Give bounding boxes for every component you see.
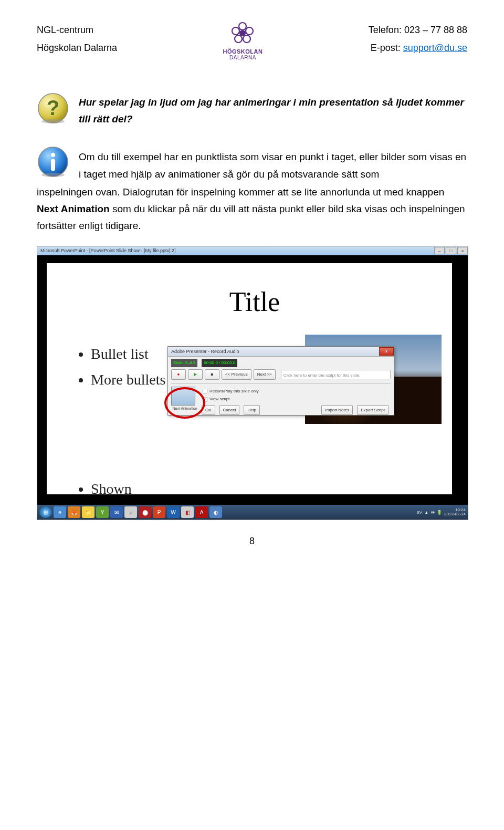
svg-point-1 — [246, 27, 253, 35]
logo-text-1: HÖGSKOLAN — [223, 48, 262, 55]
record-play-checkbox[interactable]: Record/Play this slide only — [202, 388, 391, 395]
view-script-checkbox[interactable]: View script — [202, 396, 391, 403]
screenshot-figure: Microsoft PowerPoint - [PowerPoint Slide… — [37, 246, 468, 520]
svg-point-2 — [243, 35, 250, 43]
outlook-icon[interactable]: ✉ — [110, 506, 123, 518]
slide-title: Title — [78, 279, 431, 325]
help-button[interactable]: Help — [244, 405, 259, 416]
adobe-reader-icon[interactable]: A — [195, 506, 208, 518]
next-animation-button[interactable]: Next Animation — [171, 406, 198, 412]
dialog-title: Adobe Presenter - Record Audio — [171, 348, 239, 356]
taskbar-apps: ⊞ e 🦊 📁 Y ✉ ♪ ⬤ P W ◧ A ◐ — [39, 506, 222, 518]
page-number: 8 — [37, 536, 467, 547]
app-icon-3[interactable]: ◐ — [209, 506, 222, 518]
minimize-icon[interactable]: – — [434, 247, 445, 254]
slide-counter: Slide: 3 of 3 — [171, 359, 197, 367]
powerpoint-icon[interactable]: P — [153, 506, 165, 518]
messenger-icon[interactable]: Y — [96, 506, 109, 518]
app-icon-2[interactable]: ◧ — [181, 506, 194, 518]
svg-point-3 — [235, 35, 242, 43]
tray-icon-2[interactable]: 🕪 — [430, 509, 435, 516]
import-notes-button[interactable]: Import Notes — [321, 405, 353, 416]
dialog-close-icon[interactable]: × — [379, 347, 394, 356]
page-header: NGL-centrum Högskolan Dalarna HÖGSKOLAN — [37, 21, 467, 60]
question-text: Hur spelar jag in ljud om jag har animer… — [79, 92, 467, 128]
slide-bullet-shown: Shown — [78, 476, 431, 502]
svg-text:?: ? — [47, 96, 59, 119]
ok-button[interactable]: OK — [202, 405, 215, 416]
email-link[interactable]: support@du.se — [403, 43, 467, 53]
info-text-first: Om du till exempel har en punktlista som… — [79, 146, 467, 183]
slide-thumbnail[interactable] — [171, 387, 195, 406]
stop-icon[interactable]: ■ — [205, 369, 219, 380]
org-unit: NGL-centrum — [37, 21, 117, 39]
tray-icon-1[interactable]: ▲ — [424, 509, 428, 516]
previous-button[interactable]: << Previous — [222, 369, 251, 380]
dialog-body: Slide: 3 of 3 00:00.0 / 00:00.0 ● ▶ ■ <<… — [168, 357, 394, 417]
question-icon: ? — [37, 92, 69, 130]
ie-icon[interactable]: e — [54, 506, 66, 518]
question-block: ? Hur spelar jag in ljud om jag har anim… — [37, 92, 467, 130]
svg-point-11 — [51, 153, 55, 157]
svg-point-4 — [232, 27, 239, 35]
logo-text-2: DALARNA — [223, 55, 262, 60]
next-button[interactable]: Next >> — [254, 369, 276, 380]
svg-point-10 — [41, 173, 65, 177]
system-tray: SV ▲ 🕪 🔋 10:24 2012-02-14 — [416, 508, 466, 517]
clock-date: 2012-02-14 — [444, 512, 466, 517]
svg-point-0 — [239, 23, 246, 30]
tray-icon-3[interactable]: 🔋 — [437, 509, 442, 516]
ppt-window-title: Microsoft PowerPoint - [PowerPoint Slide… — [40, 247, 176, 255]
ppt-window-titlebar: Microsoft PowerPoint - [PowerPoint Slide… — [37, 246, 468, 255]
header-left: NGL-centrum Högskolan Dalarna — [37, 21, 117, 57]
close-icon[interactable]: × — [457, 247, 468, 254]
dialog-titlebar: Adobe Presenter - Record Audio × — [168, 347, 394, 357]
svg-point-5 — [240, 30, 245, 36]
start-icon[interactable]: ⊞ — [39, 506, 52, 518]
header-right: Telefon: 023 – 77 88 88 E-post: support@… — [369, 21, 467, 57]
bullet-shown: Shown — [91, 476, 431, 502]
header-logo: HÖGSKOLAN DALARNA — [223, 21, 262, 60]
record-icon[interactable]: ● — [171, 369, 186, 380]
firefox-icon[interactable]: 🦊 — [68, 506, 80, 518]
word-icon[interactable]: W — [167, 506, 180, 518]
svg-point-7 — [41, 119, 65, 123]
next-animation-bold: Next Animation — [37, 203, 110, 214]
info-text-continued: inspelningen ovan. Dialogrutan för inspe… — [37, 184, 467, 235]
info-block-start: Om du till exempel har en punktlista som… — [37, 146, 467, 183]
cancel-button[interactable]: Cancel — [219, 405, 240, 416]
app-icon-1[interactable]: ⬤ — [139, 506, 151, 518]
script-input[interactable]: Click here to enter the script for this … — [281, 370, 391, 379]
play-icon[interactable]: ▶ — [188, 369, 203, 380]
org-name: Högskolan Dalarna — [37, 39, 117, 57]
itunes-icon[interactable]: ♪ — [124, 506, 137, 518]
windows-taskbar: ⊞ e 🦊 📁 Y ✉ ♪ ⬤ P W ◧ A ◐ SV ▲ — [37, 505, 468, 520]
email-line: E-post: support@du.se — [369, 39, 467, 57]
maximize-icon[interactable]: □ — [446, 247, 456, 254]
record-audio-dialog: Adobe Presenter - Record Audio × Slide: … — [167, 346, 394, 416]
explorer-icon[interactable]: 📁 — [82, 506, 94, 518]
language-indicator[interactable]: SV — [416, 509, 422, 516]
export-script-button[interactable]: Export Script — [357, 405, 388, 416]
window-buttons: – □ × — [433, 247, 468, 254]
recording-timer: 00:00.0 / 00:00.0 — [202, 359, 237, 367]
svg-rect-12 — [51, 159, 55, 171]
body-content: ? Hur spelar jag in ljud om jag har anim… — [37, 92, 467, 520]
flower-icon — [230, 21, 255, 47]
phone-line: Telefon: 023 – 77 88 88 — [369, 21, 467, 39]
info-icon — [37, 146, 69, 183]
